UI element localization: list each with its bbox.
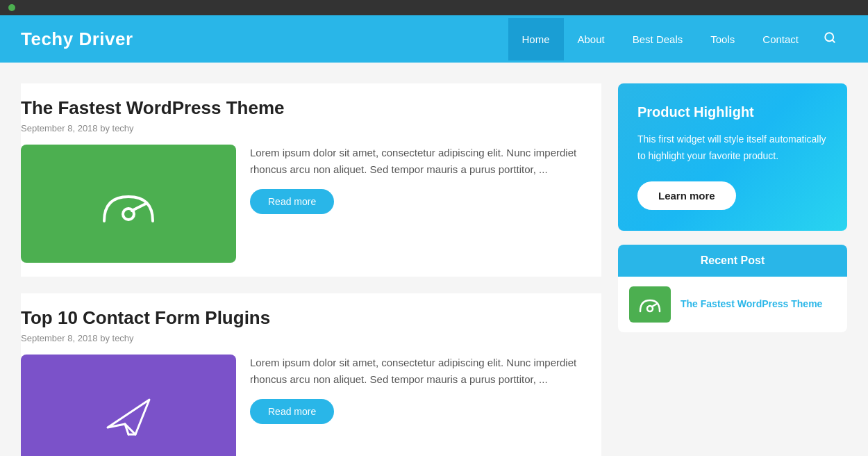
- svg-line-1: [832, 40, 834, 42]
- article-1: The Fastest WordPress Theme September 8,…: [21, 83, 601, 277]
- article-1-body: Lorem ipsum dolor sit amet, consectetur …: [21, 145, 601, 263]
- nav-item-best-deals[interactable]: Best Deals: [619, 18, 697, 60]
- article-2-title: Top 10 Contact Form Plugins: [21, 307, 601, 329]
- recent-post-widget: Recent Post The Fastest WordPress Theme: [618, 245, 847, 332]
- svg-marker-4: [108, 400, 149, 434]
- article-2-thumbnail: [21, 355, 236, 456]
- svg-line-3: [132, 204, 146, 211]
- recent-post-widget-title: Recent Post: [618, 245, 847, 277]
- article-2-body: Lorem ipsum dolor sit amet, consectetur …: [21, 355, 601, 456]
- article-1-thumbnail: [21, 145, 236, 263]
- sidebar: Product Highlight This first widget will…: [618, 83, 847, 456]
- nav-item-about[interactable]: About: [564, 18, 619, 60]
- svg-line-8: [652, 304, 657, 307]
- article-2: Top 10 Contact Form Plugins September 8,…: [21, 293, 601, 456]
- product-highlight-title: Product Highlight: [637, 104, 828, 120]
- article-2-read-more[interactable]: Read more: [250, 399, 334, 424]
- article-2-text: Lorem ipsum dolor sit amet, consectetur …: [250, 355, 601, 424]
- article-2-excerpt: Lorem ipsum dolor sit amet, consectetur …: [250, 355, 601, 388]
- article-1-text: Lorem ipsum dolor sit amet, consectetur …: [250, 145, 601, 214]
- article-2-meta: September 8, 2018 by techy: [21, 333, 601, 343]
- nav-item-home[interactable]: Home: [508, 18, 564, 60]
- article-1-title: The Fastest WordPress Theme: [21, 97, 601, 119]
- product-highlight-widget: Product Highlight This first widget will…: [618, 83, 847, 231]
- header: Techy Driver Home About Best Deals Tools…: [0, 15, 868, 63]
- nav-item-tools[interactable]: Tools: [696, 18, 749, 60]
- top-bar: [0, 0, 868, 15]
- article-1-read-more[interactable]: Read more: [250, 189, 334, 214]
- learn-more-button[interactable]: Learn more: [637, 181, 736, 210]
- content-area: The Fastest WordPress Theme September 8,…: [21, 83, 601, 456]
- recent-post-item[interactable]: The Fastest WordPress Theme: [618, 277, 847, 332]
- product-highlight-desc: This first widget will style itself auto…: [637, 131, 828, 165]
- main-nav: Home About Best Deals Tools Contact: [508, 16, 848, 63]
- status-dot: [8, 4, 15, 11]
- recent-post-title-link[interactable]: The Fastest WordPress Theme: [681, 298, 822, 311]
- search-icon[interactable]: [812, 16, 847, 63]
- article-1-meta: September 8, 2018 by techy: [21, 123, 601, 133]
- nav-item-contact[interactable]: Contact: [749, 18, 812, 60]
- site-logo[interactable]: Techy Driver: [21, 28, 133, 50]
- article-1-excerpt: Lorem ipsum dolor sit amet, consectetur …: [250, 145, 601, 178]
- recent-post-thumbnail: [629, 286, 671, 323]
- main-layout: The Fastest WordPress Theme September 8,…: [0, 63, 868, 456]
